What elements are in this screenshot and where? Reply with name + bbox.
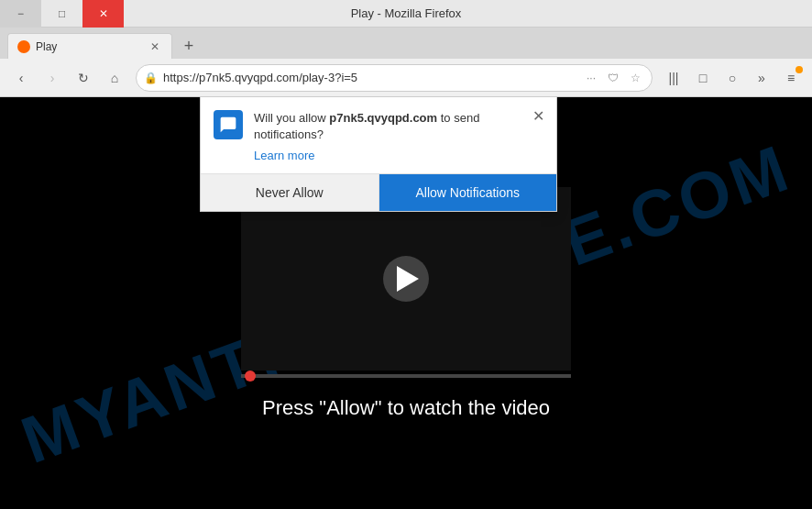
content-area: MYANTISPYWARE.COM Press "Allow" to watch… (0, 97, 812, 509)
menu-button[interactable]: ≡ (777, 64, 805, 92)
browser-window: − □ ✕ Play - Mozilla Firefox Play ✕ + ‹ … (0, 0, 812, 509)
never-allow-button[interactable]: Never Allow (201, 174, 379, 211)
security-icon: 🔒 (144, 72, 158, 84)
window-title: Play - Mozilla Firefox (351, 6, 462, 20)
learn-more-link[interactable]: Learn more (201, 149, 556, 173)
more-actions-icon[interactable]: ··· (582, 69, 600, 87)
tab-title: Play (36, 40, 142, 53)
notification-popup: Will you allow p7nk5.qvyqpd.com to send … (200, 97, 557, 212)
popup-action-buttons: Never Allow Allow Notifications (201, 173, 556, 211)
bookmark-icon[interactable]: ☆ (626, 69, 644, 87)
library-button[interactable]: ||| (660, 64, 687, 92)
popup-title-prefix: Will you allow (254, 111, 329, 125)
maximize-button[interactable]: □ (41, 0, 82, 28)
popup-text: Will you allow p7nk5.qvyqpd.com to send … (254, 110, 543, 143)
video-player: Press "Allow" to watch the video (241, 187, 571, 420)
allow-notifications-button[interactable]: Allow Notifications (379, 174, 557, 211)
popup-close-button[interactable]: ✕ (527, 105, 549, 127)
home-button[interactable]: ⌂ (101, 64, 128, 92)
video-progress-bar[interactable] (241, 374, 571, 378)
url-display: https://p7nk5.qvyqpd.com/play-3?i=5 (163, 71, 576, 84)
title-bar-controls: − □ ✕ (0, 0, 124, 27)
forward-button[interactable]: › (38, 64, 66, 92)
reload-button[interactable]: ↻ (70, 64, 97, 92)
minimize-button[interactable]: − (0, 0, 41, 28)
popup-header: Will you allow p7nk5.qvyqpd.com to send … (201, 97, 556, 149)
popup-title: Will you allow p7nk5.qvyqpd.com to send … (254, 110, 543, 143)
play-button[interactable] (383, 256, 429, 302)
address-bar[interactable]: 🔒 https://p7nk5.qvyqpd.com/play-3?i=5 ··… (136, 64, 653, 92)
tab-favicon (17, 40, 30, 53)
close-button[interactable]: ✕ (82, 0, 124, 28)
chat-icon (219, 116, 237, 134)
account-button[interactable]: ○ (719, 64, 746, 92)
back-button[interactable]: ‹ (7, 64, 35, 92)
video-progress-indicator (245, 371, 256, 382)
synced-tabs-button[interactable]: □ (689, 64, 717, 92)
nav-right-buttons: ||| □ ○ » ≡ (660, 64, 805, 92)
nav-bar: ‹ › ↻ ⌂ 🔒 https://p7nk5.qvyqpd.com/play-… (0, 59, 812, 97)
active-tab[interactable]: Play ✕ (7, 33, 172, 59)
popup-notification-icon (214, 110, 243, 139)
shield-icon[interactable]: 🛡 (604, 69, 622, 87)
tab-close-button[interactable]: ✕ (148, 39, 162, 54)
video-screen (241, 187, 571, 371)
play-triangle-icon (397, 266, 419, 292)
video-caption: Press "Allow" to watch the video (241, 396, 571, 420)
address-bar-actions: ··· 🛡 ☆ (582, 69, 644, 87)
popup-domain: p7nk5.qvyqpd.com (329, 111, 437, 125)
extend-button[interactable]: » (748, 64, 775, 92)
tab-bar: Play ✕ + (0, 28, 812, 59)
new-tab-button[interactable]: + (176, 33, 202, 59)
title-bar: − □ ✕ Play - Mozilla Firefox (0, 0, 812, 28)
